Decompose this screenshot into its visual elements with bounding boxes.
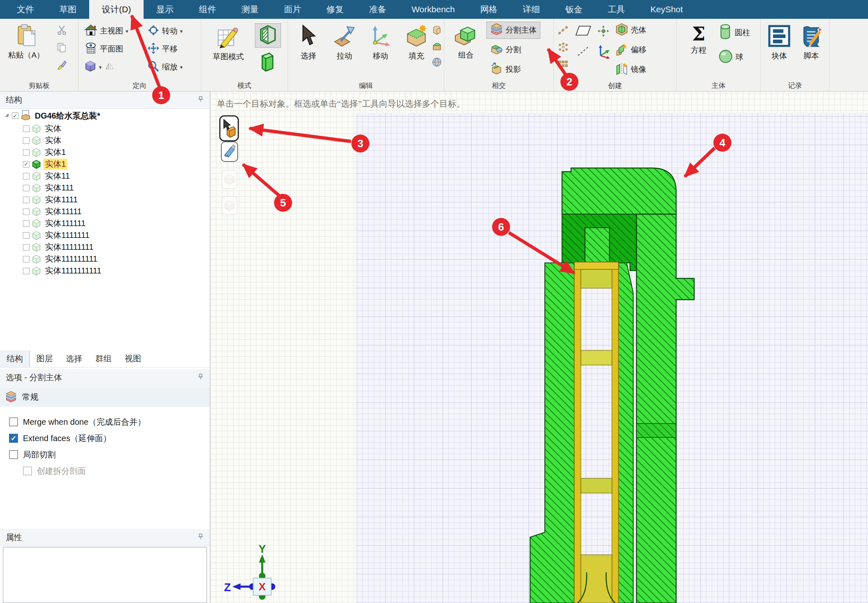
- tab-prepare[interactable]: 准备: [356, 0, 399, 19]
- tree-item[interactable]: 实体11111111: [0, 241, 210, 253]
- view-cube-button[interactable]: ▾: [84, 59, 115, 75]
- expand-triangle-icon[interactable]: [4, 112, 9, 119]
- tab-file[interactable]: 文件: [4, 0, 47, 19]
- axes-icon[interactable]: [596, 44, 610, 61]
- equation-button[interactable]: Σ 方程: [681, 25, 716, 56]
- sphere-button[interactable]: 球: [718, 49, 743, 65]
- tree-item[interactable]: 实体: [0, 123, 210, 134]
- script-button[interactable]: 脚本: [797, 25, 825, 61]
- sketch-mode-button[interactable]: 草图模式: [205, 25, 251, 62]
- plan-view-button[interactable]: 平面图: [84, 41, 123, 57]
- point-grid-icon[interactable]: [558, 60, 569, 71]
- line-icon[interactable]: [576, 45, 590, 59]
- spin-button[interactable]: 转动 ▾: [147, 23, 183, 39]
- item-checkbox[interactable]: [23, 256, 29, 262]
- model-right-column[interactable]: [636, 214, 694, 603]
- shell-button[interactable]: 壳体: [615, 22, 646, 38]
- tree-item[interactable]: 实体11: [0, 170, 210, 182]
- zoom-button[interactable]: 缩放 ▾: [147, 59, 183, 75]
- item-checkbox[interactable]: [23, 232, 29, 239]
- solid-mode-button[interactable]: [259, 52, 277, 74]
- options-general-section[interactable]: 常规: [0, 387, 210, 407]
- tab-mesh[interactable]: 网格: [468, 0, 510, 19]
- tab-facets[interactable]: 面片: [271, 0, 314, 19]
- section-mode-button[interactable]: [255, 24, 281, 47]
- block-button[interactable]: 块体: [765, 25, 794, 61]
- format-painter-icon[interactable]: [56, 60, 67, 72]
- pan-button[interactable]: 平移: [147, 41, 178, 57]
- panel-tab-selection[interactable]: 选择: [59, 350, 89, 367]
- item-checkbox[interactable]: [23, 268, 29, 274]
- checkbox-checked[interactable]: ✓: [9, 434, 18, 443]
- tree-item[interactable]: 实体1111111111: [0, 265, 210, 277]
- option-extend-faces[interactable]: ✓ Extend faces（延伸面）: [0, 430, 210, 446]
- tab-workbench[interactable]: Workbench: [399, 0, 468, 19]
- project-button[interactable]: 投影: [490, 61, 521, 78]
- tree-item[interactable]: 实体111: [0, 182, 210, 194]
- select-tool-button[interactable]: 选择: [291, 25, 326, 61]
- tree-item[interactable]: 实体: [0, 134, 210, 146]
- panel-tab-structure[interactable]: 结构: [0, 350, 30, 367]
- model-center-tab[interactable]: [585, 228, 609, 263]
- pin-icon[interactable]: [197, 533, 204, 542]
- tab-sheetmetal[interactable]: 钣金: [553, 0, 595, 19]
- item-checkbox[interactable]: [23, 137, 29, 144]
- tab-design[interactable]: 设计(D): [89, 0, 144, 19]
- item-checkbox[interactable]: [23, 208, 29, 215]
- model-top-cap[interactable]: [562, 168, 676, 214]
- tree-item[interactable]: 实体111111: [0, 217, 210, 229]
- move-tool-button[interactable]: 移动: [363, 25, 398, 61]
- tab-measure[interactable]: 测量: [229, 0, 271, 19]
- origin-icon[interactable]: [597, 25, 610, 39]
- option-merge-when-done[interactable]: Merge when done（完成后合并）: [0, 414, 210, 430]
- model-inner-column[interactable]: [618, 263, 633, 603]
- mirror-button[interactable]: 镜像: [615, 61, 646, 78]
- plane-icon[interactable]: [575, 25, 591, 38]
- item-checkbox[interactable]: [23, 149, 29, 156]
- pin-icon[interactable]: [197, 95, 204, 105]
- tab-keyshot[interactable]: KeyShot: [638, 0, 695, 19]
- panel-tab-views[interactable]: 视图: [118, 350, 148, 367]
- tree-item[interactable]: 实体11111: [0, 206, 210, 217]
- sweep-face-icon[interactable]: [432, 41, 442, 53]
- item-checkbox[interactable]: [23, 244, 29, 251]
- chevron-down-icon[interactable]: ▾: [180, 64, 183, 70]
- root-checkbox[interactable]: ✓: [12, 112, 18, 119]
- panel-tab-layers[interactable]: 图层: [30, 350, 59, 367]
- item-checkbox[interactable]: [23, 220, 29, 227]
- point-curve-icon[interactable]: [558, 25, 569, 37]
- flip-view-icon[interactable]: [104, 61, 115, 73]
- model-left-column[interactable]: [530, 263, 574, 603]
- pull-tool-button[interactable]: 拉动: [327, 25, 362, 61]
- item-checkbox[interactable]: [23, 173, 29, 179]
- paste-button[interactable]: 粘贴（A）: [6, 24, 47, 61]
- tree-item[interactable]: 实体1: [0, 146, 210, 158]
- item-checkbox[interactable]: [23, 197, 29, 203]
- tab-detail[interactable]: 详细: [510, 0, 553, 19]
- item-checkbox[interactable]: ✓: [23, 161, 29, 168]
- model-yellow-rod[interactable]: [574, 262, 618, 603]
- split-body-button[interactable]: 分割主体: [487, 22, 540, 38]
- item-checkbox[interactable]: [23, 185, 29, 191]
- tab-display[interactable]: 显示: [144, 0, 186, 19]
- item-checkbox[interactable]: [23, 126, 29, 132]
- checkbox[interactable]: [9, 450, 18, 459]
- offset-button[interactable]: 偏移: [615, 42, 646, 58]
- tab-assembly[interactable]: 组件: [186, 0, 229, 19]
- home-view-button[interactable]: 主视图 ▾: [84, 23, 128, 39]
- checkbox[interactable]: [9, 417, 18, 426]
- tab-tools[interactable]: 工具: [595, 0, 638, 19]
- panel-tab-groups[interactable]: 群组: [89, 350, 118, 367]
- fill-tool-button[interactable]: 填充: [399, 25, 434, 61]
- point-ring-icon[interactable]: [558, 43, 569, 54]
- tab-repair[interactable]: 修复: [314, 0, 356, 19]
- combine-button[interactable]: 组合: [447, 25, 484, 61]
- model-cross-section[interactable]: X Y Z: [210, 92, 868, 603]
- sphere-face-icon[interactable]: [432, 57, 442, 69]
- tree-item[interactable]: 实体1111111: [0, 229, 210, 241]
- tree-item[interactable]: 实体1111: [0, 194, 210, 206]
- chevron-down-icon[interactable]: ▾: [99, 64, 102, 70]
- cut-icon[interactable]: [56, 25, 67, 37]
- chevron-down-icon[interactable]: ▾: [180, 28, 183, 34]
- split-button[interactable]: 分割: [490, 42, 521, 58]
